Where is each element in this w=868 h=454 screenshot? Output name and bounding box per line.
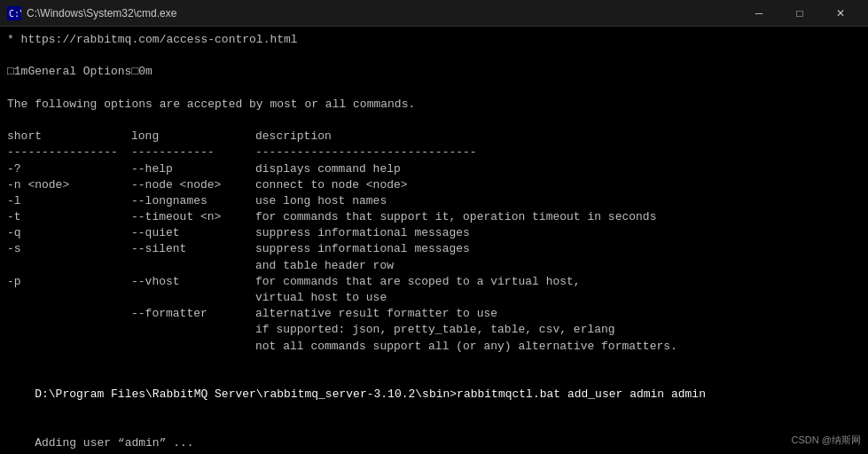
table-row: -p--vhostfor commands that are scoped to… xyxy=(7,274,861,290)
table-cell-desc: suppress informational messages xyxy=(255,225,861,241)
blank-line-2 xyxy=(7,81,861,97)
table-row: -?--helpdisplays command help xyxy=(7,161,861,177)
section-header: □1mGeneral Options□0m xyxy=(7,64,861,80)
cmd-output-1: Adding user “admin” ... xyxy=(7,419,861,455)
divider-desc: -------------------------------- xyxy=(255,145,861,160)
window-controls: ─ □ ✕ xyxy=(739,0,861,27)
table-header-row: short long description xyxy=(7,129,861,145)
cmd-icon: C:\ xyxy=(7,6,21,20)
table-cell-desc: if supported: json, pretty_table, table,… xyxy=(255,322,861,338)
cmd-output-text-1: Adding user “admin” ... xyxy=(35,436,193,450)
table-cell-long xyxy=(131,258,255,274)
table-cell-long: --help xyxy=(131,161,255,177)
terminal-body: * https://rabbitmq.com/access-control.ht… xyxy=(0,27,868,454)
divider-short: ---------------- xyxy=(7,145,131,160)
table-cell-desc: not all commands support all (or any) al… xyxy=(255,339,861,355)
blank-line-3 xyxy=(7,113,861,129)
svg-text:C:\: C:\ xyxy=(9,9,21,19)
table-cell-long xyxy=(131,290,255,306)
table-cell-desc: for commands that support it, operation … xyxy=(255,209,861,225)
cmd-input-line: D:\Program Files\RabbitMQ Server\rabbitm… xyxy=(7,371,861,419)
table-cell-short xyxy=(7,306,131,322)
table-cell-desc: displays command help xyxy=(255,161,861,177)
table-cell-desc: connect to node <node> xyxy=(255,177,861,193)
blank-line-4 xyxy=(7,355,861,371)
table-cell-desc: and table header row xyxy=(255,258,861,274)
table-cell-long: --quiet xyxy=(131,225,255,241)
table-cell-long: --timeout <n> xyxy=(131,209,255,225)
table-cell-long xyxy=(131,322,255,338)
table-row: not all commands support all (or any) al… xyxy=(7,339,861,355)
table-row: virtual host to use xyxy=(7,290,861,306)
table-cell-short xyxy=(7,258,131,274)
table-cell-short: -l xyxy=(7,193,131,209)
table-row: -l--longnamesuse long host names xyxy=(7,193,861,209)
table-row: -q--quietsuppress informational messages xyxy=(7,225,861,241)
table-cell-desc: use long host names xyxy=(255,193,861,209)
table-cell-long xyxy=(131,339,255,355)
maximize-button[interactable]: □ xyxy=(779,0,820,27)
table-row: and table header row xyxy=(7,258,861,274)
cmd-input-text: D:\Program Files\RabbitMQ Server\rabbitm… xyxy=(35,387,706,401)
table-cell-short xyxy=(7,290,131,306)
titlebar: C:\ C:\Windows\System32\cmd.exe ─ □ ✕ xyxy=(0,0,868,27)
table-cell-desc: suppress informational messages xyxy=(255,241,861,257)
minimize-button[interactable]: ─ xyxy=(739,0,779,27)
table-cell-desc: virtual host to use xyxy=(255,290,861,306)
table-cell-desc: for commands that are scoped to a virtua… xyxy=(255,274,861,290)
table-rows: -?--helpdisplays command help-n <node>--… xyxy=(7,161,861,355)
table-cell-short: -q xyxy=(7,225,131,241)
divider-long: ------------ xyxy=(131,145,255,160)
table-cell-long: --longnames xyxy=(131,193,255,209)
table-cell-long: --formatter xyxy=(131,306,255,322)
table-cell-short: -s xyxy=(7,241,131,257)
section-header-text: □1mGeneral Options□0m xyxy=(7,65,152,78)
table-cell-short xyxy=(7,339,131,355)
table-divider-row: ---------------- ------------ ----------… xyxy=(7,145,861,160)
col-header-short: short xyxy=(7,129,131,145)
url-line: * https://rabbitmq.com/access-control.ht… xyxy=(7,32,861,48)
table-cell-short: -n <node> xyxy=(7,177,131,193)
intro-line: The following options are accepted by mo… xyxy=(7,97,861,113)
table-row: if supported: json, pretty_table, table,… xyxy=(7,322,861,338)
blank-line-1 xyxy=(7,48,861,64)
watermark: CSDN @纳斯网 xyxy=(792,434,861,447)
close-button[interactable]: ✕ xyxy=(820,0,861,27)
table-cell-short: -p xyxy=(7,274,131,290)
window-title: C:\Windows\System32\cmd.exe xyxy=(27,7,739,20)
table-cell-short xyxy=(7,322,131,338)
table-row: -s--silentsuppress informational message… xyxy=(7,241,861,257)
col-header-desc: description xyxy=(255,129,861,145)
table-row: --formatteralternative result formatter … xyxy=(7,306,861,322)
table-cell-short: -? xyxy=(7,161,131,177)
table-row: -n <node>--node <node>connect to node <n… xyxy=(7,177,861,193)
table-row: -t--timeout <n>for commands that support… xyxy=(7,209,861,225)
col-header-long: long xyxy=(131,129,255,145)
table-cell-long: --silent xyxy=(131,241,255,257)
table-cell-long: --vhost xyxy=(131,274,255,290)
table-cell-desc: alternative result formatter to use xyxy=(255,306,861,322)
table-cell-short: -t xyxy=(7,209,131,225)
table-cell-long: --node <node> xyxy=(131,177,255,193)
